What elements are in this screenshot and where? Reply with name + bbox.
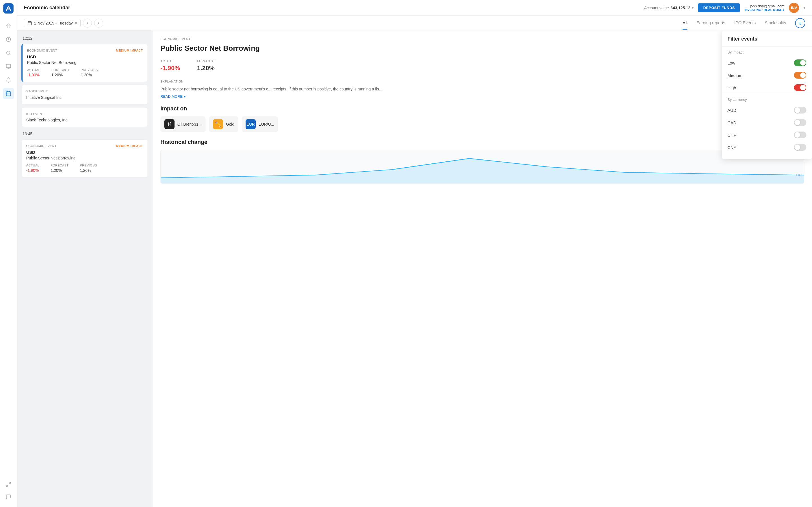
sidebar-item-chat[interactable] (3, 491, 14, 503)
date-picker-text: 2 Nov 2019 - Tuesday (34, 21, 73, 25)
account-chevron-icon[interactable]: ▾ (692, 6, 694, 10)
filter-by-currency-label: By currency (722, 94, 812, 104)
forecast-label: FORECAST (51, 68, 69, 71)
svg-point-2 (6, 51, 10, 54)
event-stats-4: ACTUAL -1.90% FORECAST 1.20% PREVIOUS 1.… (26, 164, 143, 173)
date-picker[interactable]: 2 Nov 2019 - Tuesday ▾ (24, 19, 81, 27)
tabs-container: All Earning reports IPO Events Stock spl… (682, 16, 805, 30)
event-name-3: Slack Technologies, Inc. (26, 118, 143, 122)
filter-row-high: High (722, 81, 812, 94)
impact-item-eur[interactable]: EUR EUR/U... (242, 116, 278, 132)
oil-icon: 🛢 (164, 119, 174, 129)
svg-line-6 (6, 485, 8, 487)
filter-aud-label: AUD (727, 108, 737, 113)
filter-cad-toggle[interactable] (794, 119, 806, 126)
svg-line-5 (9, 483, 10, 484)
actual-label: ACTUAL (27, 68, 40, 71)
filter-cad-label: CAD (727, 120, 737, 125)
app-logo[interactable] (3, 3, 13, 13)
sidebar-item-home[interactable] (3, 20, 14, 32)
account-value-container: Account value £43,125.12 ▾ (644, 6, 694, 10)
account-amount: £43,125.12 (670, 6, 690, 10)
event-card-1[interactable]: ECONOMIC EVENT MEDIUM IMPACT USD Public … (21, 44, 148, 82)
filter-low-label: Low (727, 61, 735, 65)
chart-y-label-100: 1.00 (796, 173, 802, 177)
impact-item-gold[interactable]: ✏️ Gold (209, 116, 238, 132)
event-card-3[interactable]: IPO EVENT Slack Technologies, Inc. (21, 107, 148, 127)
avatar[interactable]: INV (789, 3, 799, 13)
content-area: 12:12 ECONOMIC EVENT MEDIUM IMPACT USD P… (17, 31, 812, 507)
actual-value: -1.90% (27, 73, 40, 77)
oil-name: Oil Brent-31... (177, 122, 202, 126)
filter-row-chf: CHF (722, 129, 812, 141)
gold-name: Gold (226, 122, 234, 126)
filter-high-toggle[interactable] (794, 84, 806, 91)
filter-low-toggle[interactable] (794, 59, 806, 66)
filter-row-medium: Medium (722, 69, 812, 81)
sidebar-item-history[interactable] (3, 34, 14, 45)
filter-title: Filter events (722, 36, 812, 47)
previous-label-4: PREVIOUS (80, 164, 97, 167)
event-currency-4: USD (26, 150, 143, 155)
tab-earning-reports[interactable]: Earning reports (696, 16, 725, 30)
detail-actual-label: ACTUAL (160, 59, 180, 63)
svg-rect-3 (6, 64, 10, 68)
previous-label: PREVIOUS (81, 68, 98, 71)
svg-rect-4 (6, 92, 10, 96)
previous-value-4: 1.20% (80, 168, 97, 173)
forecast-label-4: FORECAST (50, 164, 68, 167)
chart-area: 1.50 1.00 (160, 150, 804, 184)
user-subtitle: INVESTING · REAL MONEY (744, 8, 784, 11)
event-name-2: Intuitive Surgical Inc. (26, 95, 143, 100)
event-name-4: Public Sector Net Borrowing (26, 156, 143, 160)
page-title: Economic calendar (24, 5, 70, 11)
event-list: 12:12 ECONOMIC EVENT MEDIUM IMPACT USD P… (17, 31, 152, 507)
event-card-2[interactable]: STOCK SPLIT Intuitive Surgical Inc. (21, 85, 148, 105)
tab-all[interactable]: All (682, 16, 688, 30)
detail-event-type: ECONOMIC EVENT (160, 37, 804, 41)
filter-medium-label: Medium (727, 73, 742, 78)
read-more-button[interactable]: READ MORE ▾ (160, 94, 186, 99)
detail-panel: ECONOMIC EVENT Public Sector Net Borrowi… (152, 31, 812, 507)
filter-cny-toggle[interactable] (794, 144, 806, 151)
filter-by-impact-label: By impact (722, 47, 812, 57)
sidebar (0, 0, 17, 507)
filter-button[interactable] (795, 18, 805, 28)
filter-dropdown: Filter events By impact Low Medium High … (722, 31, 812, 159)
previous-value: 1.20% (81, 73, 98, 77)
sidebar-item-watchlist[interactable] (3, 61, 14, 72)
sidebar-item-search[interactable] (3, 47, 14, 59)
event-stats: ACTUAL -1.90% FORECAST 1.20% PREVIOUS 1.… (27, 68, 143, 77)
impact-item-oil[interactable]: 🛢 Oil Brent-31... (160, 116, 206, 132)
svg-marker-11 (161, 159, 804, 184)
gold-icon: ✏️ (213, 119, 223, 129)
time-label-1345: 13:45 (22, 131, 148, 136)
filter-row-cny: CNY (722, 141, 812, 154)
sidebar-item-notifications[interactable] (3, 74, 14, 86)
deposit-button[interactable]: DEPOSIT FUNDS (698, 3, 740, 12)
user-info: john.doe@gmail.com INVESTING · REAL MONE… (744, 4, 784, 11)
svg-rect-7 (28, 21, 32, 25)
user-chevron-icon[interactable]: ▾ (804, 6, 805, 10)
actual-value-4: -1.90% (26, 168, 39, 173)
filter-aud-toggle[interactable] (794, 107, 806, 114)
sidebar-item-expand[interactable] (3, 479, 14, 490)
impact-badge: MEDIUM IMPACT (116, 49, 143, 52)
account-label: Account value (644, 6, 669, 10)
sidebar-item-calendar[interactable] (3, 88, 14, 99)
actual-label-4: ACTUAL (26, 164, 39, 167)
impact-items: 🛢 Oil Brent-31... ✏️ Gold EUR EUR/U... (160, 116, 804, 132)
detail-title: Public Sector Net Borrowing (160, 44, 804, 53)
event-type-label-2: STOCK SPLIT (26, 90, 48, 93)
tab-ipo-events[interactable]: IPO Events (734, 16, 756, 30)
filter-icon (798, 20, 803, 25)
event-card-4[interactable]: ECONOMIC EVENT MEDIUM IMPACT USD Public … (21, 139, 148, 177)
tab-stock-splits[interactable]: Stock splits (765, 16, 786, 30)
eur-name: EUR/U... (259, 122, 274, 126)
event-currency: USD (27, 54, 143, 59)
filter-chf-toggle[interactable] (794, 131, 806, 138)
read-more-chevron-icon: ▾ (184, 94, 186, 99)
filter-medium-toggle[interactable] (794, 72, 806, 78)
date-next-button[interactable]: › (94, 18, 103, 27)
date-prev-button[interactable]: ‹ (83, 18, 92, 27)
